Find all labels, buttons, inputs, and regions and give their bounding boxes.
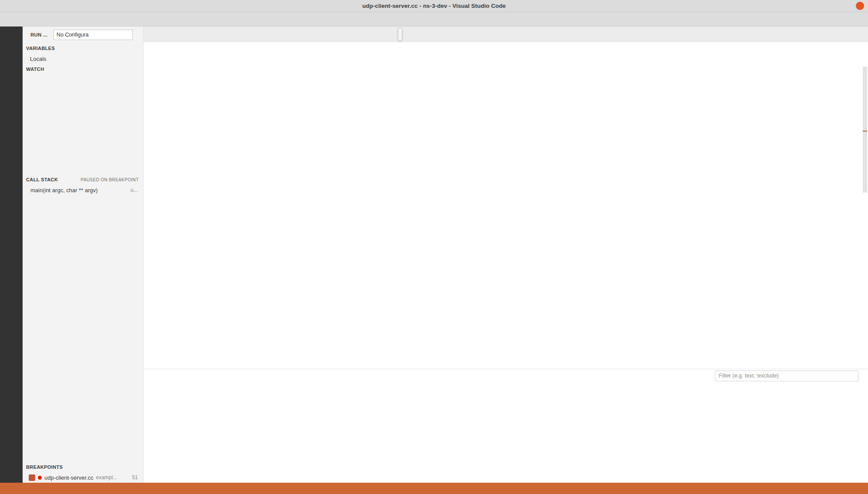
breakpoint-item[interactable]: udp-client-server.cc exampl... 51 xyxy=(23,472,143,483)
call-stack-section-header[interactable]: CALL STACK PAUSED ON BREAKPOINT xyxy=(23,174,143,185)
window-controls xyxy=(825,0,868,12)
debug-config-dropdown[interactable]: No Configura xyxy=(53,30,133,40)
watch-section-header[interactable]: WATCH xyxy=(23,64,143,74)
debug-console-output[interactable] xyxy=(144,382,868,483)
watch-header-label: WATCH xyxy=(26,67,44,72)
menu-bar xyxy=(0,12,868,27)
variables-section-header[interactable]: VARIABLES xyxy=(23,43,143,53)
overview-ruler-breakpoint-mark xyxy=(863,130,867,132)
minimize-button[interactable] xyxy=(825,0,839,12)
stack-frame-file: u... xyxy=(130,187,143,193)
run-header: RUN ... No Configura xyxy=(23,27,143,43)
maximize-button[interactable] xyxy=(839,0,854,12)
console-filter-input[interactable] xyxy=(715,370,858,381)
paused-status-badge: PAUSED ON BREAKPOINT xyxy=(81,177,139,182)
breadcrumb[interactable] xyxy=(144,42,868,53)
breakpoint-line: 51 xyxy=(132,474,143,481)
stack-frame-label: main(int argc, char ** argv) xyxy=(30,187,98,194)
title-bar: udp-client-server.cc - ns-3-dev - Visual… xyxy=(0,0,868,12)
close-button[interactable] xyxy=(856,2,864,10)
editor-group xyxy=(144,27,868,483)
breakpoint-checkbox[interactable] xyxy=(29,474,35,481)
activity-bar xyxy=(0,27,23,483)
code-editor[interactable] xyxy=(144,53,868,369)
debug-sidebar: RUN ... No Configura VARIABLES Locals xyxy=(23,27,144,483)
variables-header-label: VARIABLES xyxy=(26,46,55,51)
debug-config-label: No Configura xyxy=(57,32,89,38)
status-bar xyxy=(0,483,868,494)
run-view-title: RUN ... xyxy=(30,32,47,37)
breakpoint-path: exampl... xyxy=(96,474,117,481)
call-stack-header-label: CALL STACK xyxy=(26,177,58,182)
scope-locals[interactable]: Locals xyxy=(23,53,143,64)
breakpoints-section-header[interactable]: BREAKPOINTS xyxy=(23,462,143,472)
editor-tab-bar xyxy=(144,27,868,42)
debug-toolbar xyxy=(398,28,402,41)
bottom-panel xyxy=(144,369,868,483)
scope-label: Locals xyxy=(30,56,47,62)
minimap[interactable] xyxy=(810,53,862,369)
breakpoints-header-label: BREAKPOINTS xyxy=(26,464,63,470)
vscode-window: udp-client-server.cc - ns-3-dev - Visual… xyxy=(0,0,868,494)
breakpoint-dot-icon xyxy=(38,476,42,480)
watch-empty-area xyxy=(23,74,143,174)
editor-scrollbar[interactable] xyxy=(862,53,868,369)
breakpoint-file: udp-client-server.cc xyxy=(44,474,93,481)
panel-tab-bar xyxy=(144,369,868,382)
stack-frame[interactable]: main(int argc, char ** argv) u... xyxy=(23,185,143,195)
window-title: udp-client-server.cc - ns-3-dev - Visual… xyxy=(0,3,868,9)
scrollbar-thumb[interactable] xyxy=(863,67,867,193)
